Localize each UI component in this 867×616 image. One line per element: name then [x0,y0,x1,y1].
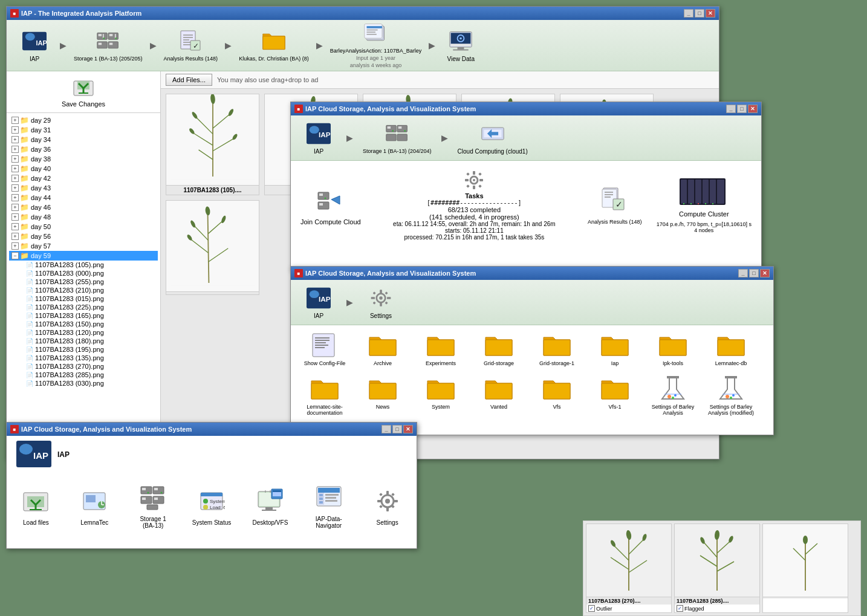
tree-item-1107BA1283135png[interactable]: 📄1107BA1283 (135).png [9,354,158,362]
svg-rect-138 [688,180,694,204]
launcher-item-desktop/vfs[interactable]: Desktop/VFS [250,487,290,526]
folder-vanted[interactable]: Vanted [475,376,523,416]
cloud2-close[interactable]: ✕ [760,269,770,277]
folder-lemnatec-site-documentation[interactable]: Lemnatec-site-documentation [300,376,349,416]
folder-news[interactable]: News [359,376,407,416]
folder-ipk-tools[interactable]: Ipk-tools [649,332,697,366]
cloud1-nav-iap[interactable]: IAP IAP [300,122,337,155]
tree-item-1107BA1283210png[interactable]: 📄1107BA1283 (210).png [9,286,158,294]
nav-item-viewdata[interactable]: View Data [443,29,479,62]
tree-item-day40[interactable]: +📁day 40 [9,164,158,173]
cloud2-arrow-1: ▶ [346,297,353,307]
tree-item-day42[interactable]: +📁day 42 [9,173,158,183]
folder-archive[interactable]: Archive [359,332,407,366]
cloud2-minimize[interactable]: _ [738,269,748,277]
svg-rect-128 [479,184,482,188]
tree-item-1107BA1283120png[interactable]: 📄1107BA1283 (120).png [9,328,158,337]
tree-item-day38[interactable]: +📁day 38 [9,154,158,164]
cloud2-nav-settings[interactable]: Settings [363,286,399,319]
cloud1-controls[interactable]: _ □ ✕ [726,105,758,113]
tree-item-day46[interactable]: +📁day 46 [9,203,158,212]
cloud2-maximize[interactable]: □ [749,269,759,277]
cloud2-nav-iap[interactable]: IAP IAP [300,286,337,319]
nav-item-barley[interactable]: BarleyAnalysisAction: 1107BA_BarleyInput… [330,21,422,69]
nav-item-storage[interactable]: Storage 1 (BA-13) (205/205) [74,29,143,62]
nav-item-klukas[interactable]: Klukas, Dr. Christian (BA) (8) [239,29,309,62]
launcher-maximize[interactable]: □ [392,425,402,433]
svg-rect-212 [201,493,222,496]
folder-settings-of-barley-analysis-modified[interactable]: Settings of Barley Analysis (modified) [707,376,755,416]
tree-item-day59[interactable]: −📁day 59 [9,251,158,261]
nav-item-iap[interactable]: IAP IAP [16,29,53,62]
cloud1-arrow-1: ▶ [346,133,353,143]
cloud1-maximize[interactable]: □ [737,105,747,113]
svg-rect-210 [147,505,158,510]
folder-label: Vfs [553,404,560,410]
folder-show-config-file[interactable]: Show Config-File [300,332,349,366]
tree-item-day36[interactable]: +📁day 36 [9,144,158,154]
launcher-minimize[interactable]: _ [382,425,391,433]
tree-item-day31[interactable]: +📁day 31 [9,125,158,135]
close-button[interactable]: ✕ [706,9,715,18]
folder-vfs[interactable]: Vfs [533,376,581,416]
tree-item-1107BA1283195png[interactable]: 📄1107BA1283 (195).png [9,345,158,354]
main-window-controls[interactable]: _ □ ✕ [684,9,715,18]
tree-item-day50[interactable]: +📁day 50 [9,222,158,232]
tree-item-1107BA1283270png[interactable]: 📄1107BA1283 (270).png [9,362,158,371]
launcher-close[interactable]: ✕ [403,425,413,433]
tree-item-day34[interactable]: +📁day 34 [9,135,158,144]
folder-vfs-1[interactable]: Vfs-1 [591,376,639,416]
cloud1-nav-storage[interactable]: Storage 1 (BA-13) (204/204) [363,122,432,154]
tree-item-1107BA1283165png[interactable]: 📄1107BA1283 (165).png [9,311,158,320]
progress-text: [########----------------] [382,199,567,206]
cloud1-nav-cloud[interactable]: Cloud Computing (cloud1) [458,122,528,155]
tree-item-1107BA1283150png[interactable]: 📄1107BA1283 (150).png [9,320,158,328]
image-tile-5[interactable] [166,200,259,295]
save-changes-button[interactable]: Save Changes [7,71,160,113]
tree-item-day48[interactable]: +📁day 48 [9,212,158,222]
tree-item-1107BA1283000png[interactable]: 📄1107BA1283 (000).png [9,269,158,277]
launcher-controls[interactable]: _ □ ✕ [382,425,413,433]
flagged-checkbox[interactable]: ✓ [677,605,683,612]
folder-grid-storage[interactable]: Grid-storage [475,332,523,366]
folder-lemnatec-db[interactable]: Lemnatec-db [707,332,755,366]
launcher-item-storage-1-ba-13[interactable]: Storage 1 (BA-13) [134,483,173,529]
folder-settings-of-barley-analysis[interactable]: Settings of Barley Analysis [649,376,697,416]
tree-item-day57[interactable]: +📁day 57 [9,241,158,251]
add-files-button[interactable]: Add Files... [166,74,212,86]
nav-item-analysis[interactable]: ✓ Analysis Results (148) [164,29,218,62]
folder-grid-storage-1[interactable]: Grid-storage-1 [533,332,581,366]
maximize-button[interactable]: □ [695,9,704,18]
outlier-checkbox[interactable]: ✓ [588,605,595,612]
tree-item-day44[interactable]: +📁day 44 [9,193,158,203]
tree-item-1107BA1283030png[interactable]: 📄1107BA1283 (030).png [9,379,158,387]
cloud1-minimize[interactable]: _ [726,105,736,113]
launcher-item-system-status[interactable]: System OK Load: 68% System Status [192,487,232,526]
tree-item-1107BA1283105png[interactable]: 📄1107BA1283 (105).png [9,261,158,269]
folder-experiments[interactable]: Experiments [417,332,465,366]
tree-item-1107BA1283225png[interactable]: 📄1107BA1283 (225).png [9,303,158,311]
nav-arrow-1: ▶ [60,41,67,50]
launcher-item-load-files[interactable]: Load files [16,487,56,526]
launcher-item-settings[interactable]: Settings [368,487,407,526]
tree-item-day29[interactable]: +📁day 29 [9,115,158,125]
launcher-item-lemnatec[interactable]: LemnaTec [75,487,114,526]
svg-rect-163 [315,340,330,341]
cloud1-close[interactable]: ✕ [748,105,758,113]
folder-iap[interactable]: Iap [591,332,639,366]
tree-item-1107BA1283180png[interactable]: 📄1107BA1283 (180).png [9,337,158,345]
tree-item-day43[interactable]: +📁day 43 [9,183,158,193]
tree-item-1107BA1283015png[interactable]: 📄1107BA1283 (015).png [9,294,158,303]
tree-item-1107BA1283285png[interactable]: 📄1107BA1283 (285).png [9,371,158,379]
image-tile-0[interactable]: 1107BA1283 (105).... [166,94,259,195]
tree-item-day56[interactable]: +📁day 56 [9,232,158,241]
folder-system[interactable]: System [417,376,465,416]
minimize-button[interactable]: _ [684,9,693,18]
tree-item-1107BA1283255png[interactable]: 📄1107BA1283 (255).png [9,277,158,286]
svg-rect-174 [311,383,338,399]
svg-rect-3 [97,33,107,39]
svg-rect-230 [319,494,323,496]
cloud2-controls[interactable]: _ □ ✕ [738,269,770,277]
svg-rect-28 [367,30,378,31]
launcher-item-iap-data-navigator[interactable]: IAP-Data-Navigator [309,483,348,529]
